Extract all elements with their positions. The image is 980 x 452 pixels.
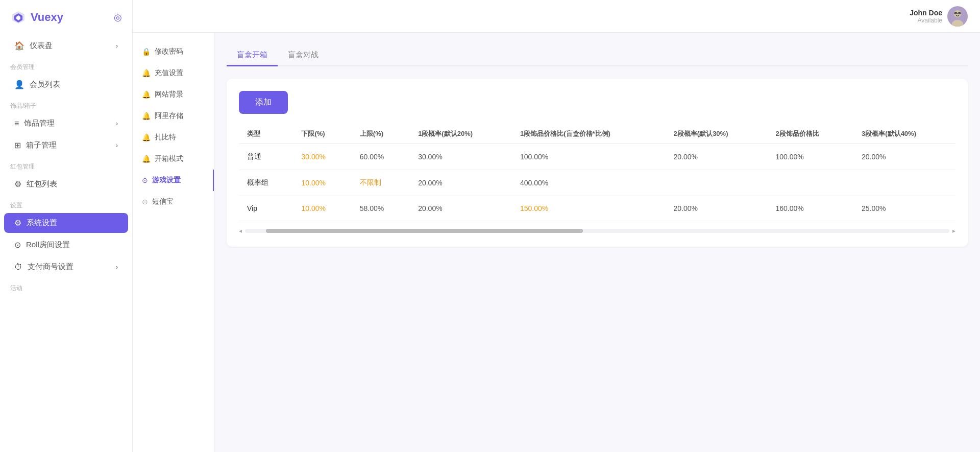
tab-blind-box-open[interactable]: 盲盒开箱 bbox=[227, 45, 278, 66]
data-table: 类型 下限(%) 上限(%) 1段概率(默认20%) 1段饰品价格比(盲盒价格*… bbox=[239, 124, 955, 221]
logo-text: Vuexy bbox=[31, 11, 63, 24]
sub-sidebar-website-bg[interactable]: 🔔 网站背景 bbox=[133, 84, 214, 105]
cell-lower-0: 30.00% bbox=[293, 144, 351, 170]
table-header: 类型 下限(%) 上限(%) 1段概率(默认20%) 1段饰品价格比(盲盒价格*… bbox=[239, 124, 955, 144]
bell-icon-5: 🔔 bbox=[142, 155, 151, 163]
table-row: 普通 30.00% 60.00% 30.00% 100.00% 20.00% 1… bbox=[239, 144, 955, 170]
sub-label-recharge: 充值设置 bbox=[155, 68, 183, 78]
svg-rect-9 bbox=[958, 12, 961, 14]
sub-label-sms: 短信宝 bbox=[152, 197, 174, 206]
circle-icon: ⊙ bbox=[14, 240, 21, 250]
main-card: 添加 类型 下限(%) 上限(%) 1段概率(默认20%) 1段饰品价格比(盲盒… bbox=[227, 79, 968, 247]
scrollbar-thumb[interactable] bbox=[266, 229, 583, 233]
col-prob1: 1段概率(默认20%) bbox=[410, 124, 512, 144]
col-price2: 2段饰品价格比 bbox=[767, 124, 853, 144]
sidebar-item-jewelry-mgmt[interactable]: ≡ 饰品管理 › bbox=[4, 113, 128, 133]
table-row: Vip 10.00% 58.00% 20.00% 150.00% 20.00% … bbox=[239, 196, 955, 221]
main-area: John Doe Available bbox=[133, 0, 980, 452]
chevron-right-icon-4: › bbox=[116, 264, 118, 271]
table-wrapper: 类型 下限(%) 上限(%) 1段概率(默认20%) 1段饰品价格比(盲盒价格*… bbox=[239, 124, 955, 221]
circle-icon-3: ⊙ bbox=[142, 198, 148, 206]
sub-label-open-mode: 开箱模式 bbox=[155, 154, 183, 163]
page-content: 盲盒开箱 盲盒对战 添加 类型 下限(%) 上限(%) 1段概率(默认20%) bbox=[214, 33, 980, 452]
top-bar: John Doe Available bbox=[133, 0, 980, 33]
avatar-image bbox=[947, 6, 968, 27]
clock-icon: ⏱ bbox=[14, 263, 22, 272]
user-info: John Doe Available bbox=[910, 6, 968, 27]
svg-rect-8 bbox=[954, 12, 957, 14]
cell-type-1: 概率组 bbox=[239, 170, 293, 196]
tabs-bar: 盲盒开箱 盲盒对战 bbox=[227, 45, 968, 66]
scroll-right-arrow[interactable]: ▸ bbox=[952, 227, 955, 234]
sub-label-zhabiite: 扎比特 bbox=[155, 133, 176, 142]
cell-prob2-2: 20.00% bbox=[666, 196, 768, 221]
sub-sidebar-zhabiite[interactable]: 🔔 扎比特 bbox=[133, 127, 214, 148]
sidebar-label-system-settings: 系统设置 bbox=[27, 218, 57, 228]
sub-label-game-settings: 游戏设置 bbox=[152, 176, 181, 185]
avatar[interactable] bbox=[947, 6, 968, 27]
cell-price2-1 bbox=[767, 170, 853, 196]
sidebar-item-dashboard[interactable]: 🏠 仪表盘 › bbox=[4, 36, 128, 56]
col-upper: 上限(%) bbox=[352, 124, 410, 144]
scrollbar-row: ◂ ▸ bbox=[239, 227, 955, 234]
sidebar-label-box-mgmt: 箱子管理 bbox=[26, 140, 57, 150]
sidebar-label-dashboard: 仪表盘 bbox=[30, 41, 53, 51]
col-price1: 1段饰品价格比(盲盒价格*比例) bbox=[512, 124, 666, 144]
tab-blind-box-battle[interactable]: 盲盒对战 bbox=[278, 45, 329, 66]
section-label-settings: 设置 bbox=[0, 195, 132, 212]
sidebar-item-redpack-list[interactable]: ⚙ 红包列表 bbox=[4, 174, 128, 194]
sub-sidebar-game-settings[interactable]: ⊙ 游戏设置 bbox=[133, 170, 214, 191]
section-label-redpack: 红包管理 bbox=[0, 156, 132, 173]
col-type: 类型 bbox=[239, 124, 293, 144]
chevron-right-icon: › bbox=[116, 42, 118, 50]
cell-type-0: 普通 bbox=[239, 144, 293, 170]
sub-sidebar-ali-storage[interactable]: 🔔 阿里存储 bbox=[133, 105, 214, 127]
sub-sidebar-recharge[interactable]: 🔔 充值设置 bbox=[133, 62, 214, 84]
cell-prob3-2: 25.00% bbox=[853, 196, 955, 221]
cell-price2-0: 100.00% bbox=[767, 144, 853, 170]
sub-label-website-bg: 网站背景 bbox=[155, 90, 183, 99]
sidebar-label-jewelry-mgmt: 饰品管理 bbox=[24, 118, 55, 128]
scroll-left-arrow[interactable]: ◂ bbox=[239, 227, 242, 234]
cell-prob1-1: 20.00% bbox=[410, 170, 512, 196]
target-icon[interactable]: ◎ bbox=[114, 12, 122, 23]
sub-sidebar-sms[interactable]: ⊙ 短信宝 bbox=[133, 191, 214, 212]
sidebar-item-box-mgmt[interactable]: ⊞ 箱子管理 › bbox=[4, 135, 128, 155]
cell-type-2: Vip bbox=[239, 196, 293, 221]
section-label-jewelry: 饰品/箱子 bbox=[0, 96, 132, 112]
table-body: 普通 30.00% 60.00% 30.00% 100.00% 20.00% 1… bbox=[239, 144, 955, 221]
cell-prob1-2: 20.00% bbox=[410, 196, 512, 221]
user-status: Available bbox=[910, 17, 942, 24]
vuexy-logo bbox=[10, 9, 27, 26]
user-name: John Doe bbox=[910, 9, 942, 17]
sub-sidebar-open-mode[interactable]: 🔔 开箱模式 bbox=[133, 148, 214, 170]
user-text: John Doe Available bbox=[910, 9, 942, 24]
cell-upper-1: 不限制 bbox=[352, 170, 410, 196]
home-icon: 🏠 bbox=[14, 41, 24, 51]
sub-label-ali-storage: 阿里存储 bbox=[155, 111, 183, 121]
bell-icon-4: 🔔 bbox=[142, 133, 151, 141]
sidebar: Vuexy ◎ 🏠 仪表盘 › 会员管理 👤 会员列表 饰品/箱子 ≡ 饰品管理… bbox=[0, 0, 133, 452]
cell-price1-0: 100.00% bbox=[512, 144, 666, 170]
chevron-right-icon-3: › bbox=[116, 142, 118, 149]
lock-icon: 🔒 bbox=[142, 47, 151, 56]
cell-prob3-1 bbox=[853, 170, 955, 196]
col-prob2: 2段概率(默认30%) bbox=[666, 124, 768, 144]
add-button[interactable]: 添加 bbox=[239, 91, 288, 114]
cell-prob2-1 bbox=[666, 170, 768, 196]
cell-price1-1: 400.00% bbox=[512, 170, 666, 196]
sub-sidebar-change-password[interactable]: 🔒 修改密码 bbox=[133, 41, 214, 62]
bell-icon-3: 🔔 bbox=[142, 112, 151, 120]
cell-upper-0: 60.00% bbox=[352, 144, 410, 170]
chevron-right-icon-2: › bbox=[116, 120, 118, 127]
sidebar-item-member-list[interactable]: 👤 会员列表 bbox=[4, 75, 128, 94]
col-prob3: 3段概率(默认40%) bbox=[853, 124, 955, 144]
cell-prob1-0: 30.00% bbox=[410, 144, 512, 170]
cell-upper-2: 58.00% bbox=[352, 196, 410, 221]
sidebar-item-payment[interactable]: ⏱ 支付商号设置 › bbox=[4, 257, 128, 277]
sidebar-item-roll-room[interactable]: ⊙ Roll房间设置 bbox=[4, 235, 128, 255]
col-lower: 下限(%) bbox=[293, 124, 351, 144]
sidebar-item-system-settings[interactable]: ⚙ 系统设置 bbox=[4, 213, 128, 233]
bell-icon-2: 🔔 bbox=[142, 90, 151, 99]
circle-icon-2: ⊙ bbox=[142, 176, 148, 184]
